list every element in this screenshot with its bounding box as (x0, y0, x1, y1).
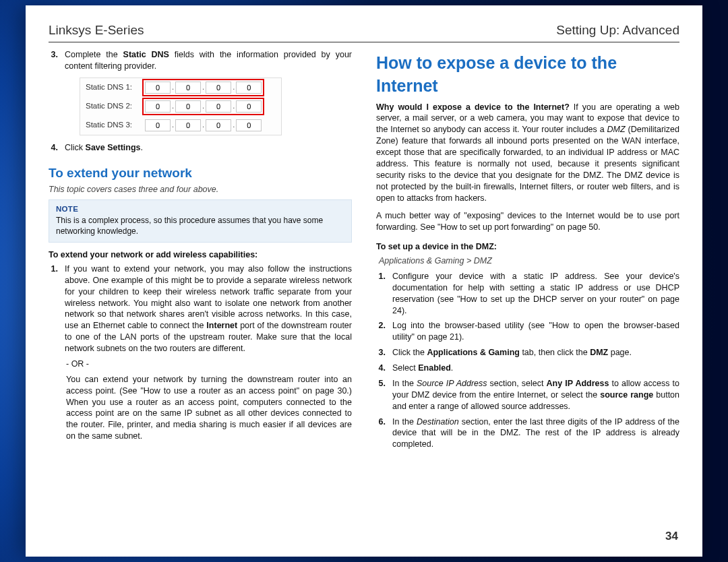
dns-octet-input[interactable] (236, 119, 262, 131)
step-marker: 3. (49, 49, 58, 72)
dmz-step-3: 3.Click the Applications & Gaming tab, t… (376, 347, 679, 358)
dns-octet-input[interactable] (206, 82, 231, 94)
left-column: 3. Complete the Static DNS fields with t… (49, 49, 352, 454)
dns-row-3: Static DNS 3:... (80, 116, 281, 135)
dot-separator: . (231, 120, 236, 130)
header-left: Linksys E-Series (49, 23, 144, 38)
right-column: How to expose a device to the Internet W… (376, 49, 679, 454)
step-text: In the Destination section, enter the la… (392, 416, 679, 451)
dns-octet-input[interactable] (236, 82, 262, 94)
step-4: 4. Click Save Settings. (49, 142, 352, 154)
extend-step-1: 1. If you want to extend your network, y… (49, 263, 352, 354)
dmz-step-2: 2.Log into the browser-based utility (se… (376, 320, 679, 343)
step-marker: 1. (376, 271, 386, 317)
step-text: Select Enabled. (392, 363, 679, 374)
step-text: Complete the Static DNS fields with the … (65, 49, 352, 72)
dns-octet-input[interactable] (175, 100, 201, 113)
or-divider: - OR - (66, 358, 352, 370)
intro-paragraph: Why would I expose a device to the Inter… (376, 102, 679, 204)
note-label: NOTE (56, 204, 344, 215)
step-marker: 5. (376, 378, 386, 412)
note-box: NOTE This is a complex process, so this … (49, 199, 352, 243)
dns-octet-input[interactable] (145, 100, 171, 113)
extend-network-boldline: To extend your network or add wireless c… (49, 249, 352, 261)
step-marker: 3. (376, 347, 386, 358)
dns-row-1: Static DNS 1:... (80, 78, 281, 97)
step-text: If you want to extend your network, you … (65, 263, 352, 354)
dmz-step-6: 6.In the Destination section, enter the … (376, 416, 679, 451)
dot-separator: . (231, 82, 236, 92)
step-marker: 1. (49, 263, 58, 354)
step-marker: 6. (376, 416, 386, 451)
dns-fields: ... (142, 117, 264, 134)
dmz-step-4: 4.Select Enabled. (376, 363, 679, 374)
step-text: Log into the browser-based utility (see … (392, 320, 679, 343)
dmz-setup-boldline: To set up a device in the DMZ: (376, 241, 679, 253)
dns-octet-input[interactable] (145, 82, 171, 94)
static-dns-table: Static DNS 1:...Static DNS 2:...Static D… (80, 77, 282, 135)
dns-octet-input[interactable] (175, 119, 201, 131)
heading-expose-device: How to expose a device to the Internet (376, 52, 679, 98)
header-right: Setting Up: Advanced (556, 23, 679, 38)
dns-fields: ... (142, 98, 264, 115)
dot-separator: . (201, 82, 206, 92)
note-body: This is a complex process, so this proce… (56, 215, 344, 237)
dns-octet-input[interactable] (175, 82, 201, 94)
topic-note-italic: This topic covers cases three and four a… (49, 184, 352, 195)
breadcrumb-path: Applications & Gaming > DMZ (379, 255, 679, 267)
extend-step-1-alt: You can extend your network by turning t… (66, 374, 352, 442)
dns-octet-input[interactable] (206, 119, 231, 131)
dot-separator: . (171, 101, 175, 111)
step-marker: 4. (376, 363, 386, 374)
dns-octet-input[interactable] (206, 100, 231, 113)
dns-row-label: Static DNS 3: (80, 120, 142, 131)
dns-octet-input[interactable] (236, 100, 262, 113)
step-marker: 4. (49, 142, 58, 154)
dns-row-2: Static DNS 2:... (80, 97, 281, 116)
dot-separator: . (231, 101, 236, 111)
page-header: Linksys E-Series Setting Up: Advanced (26, 5, 702, 38)
step-3: 3. Complete the Static DNS fields with t… (49, 49, 352, 72)
subhead-extend-network: To extend your network (49, 164, 352, 182)
dot-separator: . (201, 101, 206, 111)
dmz-step-1: 1.Configure your device with a static IP… (376, 271, 679, 317)
page-surface: Linksys E-Series Setting Up: Advanced 3.… (26, 5, 702, 557)
dns-octet-input[interactable] (145, 119, 171, 131)
port-forwarding-paragraph: A much better way of "exposing" devices … (376, 210, 679, 233)
dns-fields: ... (142, 79, 264, 96)
dns-row-label: Static DNS 1: (80, 82, 142, 93)
page-number: 34 (665, 530, 678, 543)
dot-separator: . (171, 82, 175, 92)
dot-separator: . (171, 120, 175, 130)
step-text: Click Save Settings. (65, 142, 352, 154)
step-text: In the Source IP Address section, select… (392, 378, 679, 412)
step-text: Click the Applications & Gaming tab, the… (392, 347, 679, 358)
dns-row-label: Static DNS 2: (80, 101, 142, 112)
step-text: Configure your device with a static IP a… (392, 271, 679, 317)
step-marker: 2. (376, 320, 386, 343)
dot-separator: . (201, 120, 206, 130)
dmz-step-5: 5.In the Source IP Address section, sele… (376, 378, 679, 412)
